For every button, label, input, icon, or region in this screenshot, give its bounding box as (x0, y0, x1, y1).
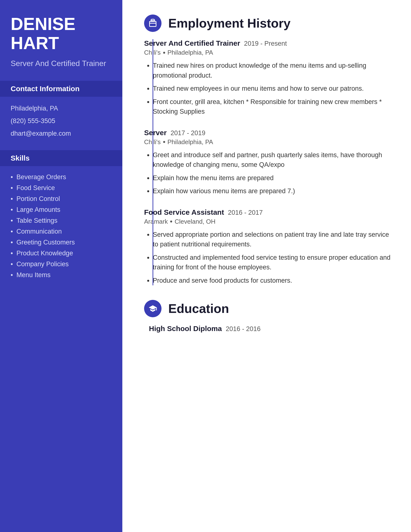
employment-header-row: Employment History (144, 15, 394, 32)
skill-item: Portion Control (11, 195, 112, 203)
job-title: Server And Certified Trainer (144, 39, 240, 48)
job-company: Aramark (144, 218, 168, 225)
job-company-row: AramarkCleveland, OH (144, 218, 394, 225)
job-bullet: Explain how the menu items are prepared (153, 173, 394, 183)
job-bullet: Constructed and implemented food service… (153, 253, 394, 272)
sidebar: DENISE HART Server And Certified Trainer… (0, 0, 122, 532)
job-dates: 2017 - 2019 (170, 129, 205, 137)
job-location: Philadelphia, PA (168, 49, 213, 56)
job-bullet: Trained new employees in our menu items … (153, 84, 394, 94)
job-entry: Food Service Assistant2016 - 2017Aramark… (144, 208, 394, 285)
education-title: Education (168, 301, 229, 316)
separator-dot (163, 52, 165, 54)
skill-item: Table Settings (11, 217, 112, 224)
job-bullet: Greet and introduce self and partner, pu… (153, 150, 394, 170)
edu-title-row: High School Diploma2016 - 2016 (149, 324, 394, 333)
separator-dot (163, 141, 165, 143)
job-bullets: Served appropriate portion and selection… (144, 230, 394, 285)
candidate-title: Server And Certified Trainer (11, 58, 112, 69)
contact-phone: (820) 555-3505 (11, 116, 112, 126)
job-entry: Server And Certified Trainer2019 - Prese… (144, 39, 394, 116)
education-container: High School Diploma2016 - 2016 (144, 324, 394, 333)
skills-section: Beverage OrdersFood ServicePortion Contr… (11, 173, 112, 279)
main-content: Employment History Server And Certified … (122, 0, 411, 532)
job-title-row: Food Service Assistant2016 - 2017 (144, 208, 394, 216)
skills-section-header: Skills (0, 150, 122, 166)
edu-degree: High School Diploma (149, 324, 222, 333)
skill-item: Beverage Orders (11, 173, 112, 181)
skill-item: Product Knowledge (11, 249, 112, 257)
education-section: Education High School Diploma2016 - 2016 (144, 300, 394, 333)
graduation-icon (144, 300, 161, 317)
job-bullets: Greet and introduce self and partner, pu… (144, 150, 394, 196)
job-title-row: Server And Certified Trainer2019 - Prese… (144, 39, 394, 48)
candidate-name: DENISE HART (11, 15, 112, 53)
contact-section-header: Contact Information (0, 81, 122, 97)
contact-email: dhart@example.com (11, 129, 112, 138)
job-company-row: Chili'sPhiladelphia, PA (144, 138, 394, 146)
job-dates: 2016 - 2017 (228, 209, 263, 216)
contact-info: Philadelphia, PA (820) 555-3505 dhart@ex… (11, 104, 112, 138)
job-bullet: Served appropriate portion and selection… (153, 230, 394, 249)
separator-dot (170, 220, 172, 222)
skill-item: Menu Items (11, 271, 112, 279)
skills-list: Beverage OrdersFood ServicePortion Contr… (11, 173, 112, 279)
job-title: Food Service Assistant (144, 208, 224, 216)
job-entry: Server2017 - 2019Chili'sPhiladelphia, PA… (144, 129, 394, 196)
contact-city: Philadelphia, PA (11, 104, 112, 113)
skill-item: Company Policies (11, 260, 112, 268)
job-location: Philadelphia, PA (168, 138, 213, 146)
briefcase-icon (144, 15, 161, 32)
job-location: Cleveland, OH (175, 218, 215, 225)
employment-section: Employment History Server And Certified … (144, 15, 394, 285)
education-header-row: Education (144, 300, 394, 317)
jobs-container: Server And Certified Trainer2019 - Prese… (144, 39, 394, 285)
skill-item: Greeting Customers (11, 239, 112, 246)
job-bullet: Front counter, grill area, kitchen * Res… (153, 97, 394, 116)
job-title: Server (144, 129, 167, 137)
job-company-row: Chili'sPhiladelphia, PA (144, 49, 394, 56)
edu-entry: High School Diploma2016 - 2016 (149, 324, 394, 333)
job-bullet: Explain how various menu items are prepa… (153, 186, 394, 196)
job-bullet: Trained new hires on product knowledge o… (153, 61, 394, 80)
skill-item: Large Amounts (11, 206, 112, 214)
job-bullet: Produce and serve food products for cust… (153, 276, 394, 285)
skill-item: Communication (11, 228, 112, 235)
job-dates: 2019 - Present (244, 40, 287, 48)
employment-title: Employment History (168, 16, 291, 30)
job-title-row: Server2017 - 2019 (144, 129, 394, 137)
edu-dates: 2016 - 2016 (226, 325, 261, 333)
skill-item: Food Service (11, 184, 112, 192)
job-bullets: Trained new hires on product knowledge o… (144, 61, 394, 116)
